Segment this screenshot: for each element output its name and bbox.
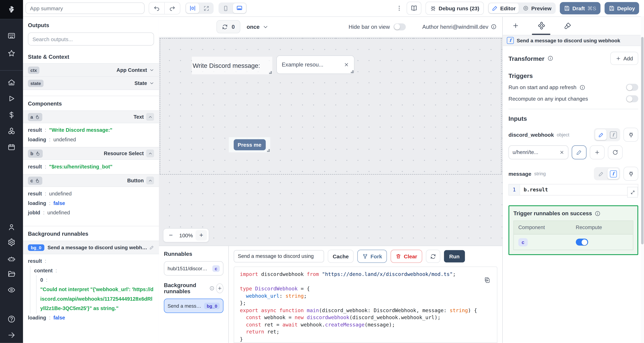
help-icon[interactable] xyxy=(8,315,16,323)
center-align-button[interactable] xyxy=(186,3,199,13)
resize-handle[interactable] xyxy=(267,149,270,152)
refresh-code-button[interactable] xyxy=(426,250,440,263)
inputs-title: Inputs xyxy=(508,115,638,122)
eval-mode-button[interactable]: f xyxy=(608,168,619,179)
app-canvas[interactable]: Write Discord message: Example resou... … xyxy=(159,38,502,246)
code-editor-panel: Cache Fork Clear Run import discordwebho… xyxy=(228,246,502,343)
search-outputs-input[interactable] xyxy=(28,32,154,46)
selected-runnable-header: f Send a message to discord using webhoo… xyxy=(503,35,644,46)
zoom-out-button[interactable]: − xyxy=(165,230,177,241)
pencil-icon xyxy=(576,150,582,155)
apps-icon[interactable] xyxy=(8,32,16,40)
mobile-view-button[interactable] xyxy=(219,3,232,13)
redo-button[interactable] xyxy=(164,2,180,14)
recompute-toggle[interactable] xyxy=(626,95,638,102)
tab-insert-component[interactable] xyxy=(503,22,528,29)
fork-button[interactable]: Fork xyxy=(357,250,387,263)
draft-button[interactable]: Draft ⌘S xyxy=(560,2,600,14)
collapse-button[interactable] xyxy=(146,113,154,121)
runnable-name-input[interactable] xyxy=(234,250,324,262)
right-panel-tabs xyxy=(503,16,644,35)
runnable-item[interactable]: hub/1511/discord/se... c xyxy=(164,261,223,276)
eye-icon[interactable] xyxy=(8,286,16,294)
code-toolbar: Cache Fork Clear Run xyxy=(234,250,498,263)
eval-mode-button[interactable]: f xyxy=(608,130,619,140)
clear-icon[interactable] xyxy=(344,62,349,68)
resize-handle[interactable] xyxy=(269,71,272,74)
text-component[interactable]: Write Discord message: xyxy=(192,57,272,74)
add-bg-runnable-button[interactable] xyxy=(216,283,224,293)
resource-picker[interactable]: u/henri/te... xyxy=(508,145,568,159)
bg0-badge: bg_0 xyxy=(28,244,44,251)
dollar-icon[interactable] xyxy=(8,111,16,119)
component-header-b[interactable]: b Resource Select xyxy=(23,147,159,160)
collapse-button[interactable] xyxy=(146,150,154,157)
copy-code-icon[interactable] xyxy=(484,277,490,283)
success-table-row: c xyxy=(514,234,633,250)
connect-input-button[interactable] xyxy=(624,167,638,181)
docs-button[interactable] xyxy=(406,2,421,15)
resize-handle[interactable] xyxy=(351,70,354,73)
folder-icon[interactable] xyxy=(8,270,16,278)
debug-runs-button[interactable]: Debug runs (23) xyxy=(426,2,484,15)
cache-button[interactable]: Cache xyxy=(328,250,354,263)
edit-resource-button[interactable] xyxy=(572,145,586,159)
hide-bar-toggle[interactable] xyxy=(394,23,406,30)
run-on-start-toggle[interactable] xyxy=(626,84,638,91)
press-me-button[interactable]: Press me xyxy=(234,139,266,150)
refresh-resource-button[interactable] xyxy=(608,145,623,159)
resource-select-component[interactable]: Example resou... xyxy=(276,56,354,74)
robot-icon[interactable] xyxy=(8,255,16,263)
zoom-in-button[interactable]: + xyxy=(196,230,207,241)
run-button[interactable]: Run xyxy=(444,250,465,262)
expand-canvas-button[interactable] xyxy=(200,3,213,13)
collapse-button[interactable] xyxy=(146,177,154,184)
error-result-string: "Could not interpret "{'webhook_url': 'h… xyxy=(40,285,154,313)
deploy-button[interactable]: Deploy xyxy=(604,2,639,14)
tab-styling[interactable] xyxy=(554,22,580,29)
context-row-ctx[interactable]: ctx App Context xyxy=(23,63,159,76)
button-component-wrapper[interactable]: Press me xyxy=(229,137,270,152)
context-row-state[interactable]: state State xyxy=(23,76,159,90)
arrow-right-icon[interactable] xyxy=(8,331,16,339)
play-icon[interactable] xyxy=(8,94,16,103)
refresh-count-control[interactable]: 0 xyxy=(216,20,240,33)
right-scrollbar[interactable] xyxy=(641,16,644,343)
add-transformer-button[interactable]: Add xyxy=(610,52,638,65)
calendar-icon[interactable] xyxy=(8,143,16,151)
user-icon[interactable] xyxy=(8,223,16,231)
scrollbar-thumb[interactable] xyxy=(641,37,644,244)
undo-button[interactable] xyxy=(149,2,164,14)
gear-icon[interactable] xyxy=(8,238,16,246)
tab-editor[interactable]: Editor xyxy=(489,3,519,13)
app-summary-input[interactable] xyxy=(26,2,144,14)
add-resource-button[interactable] xyxy=(590,145,604,159)
component-header-c[interactable]: c Button xyxy=(23,174,159,187)
static-mode-button[interactable] xyxy=(595,168,606,179)
clear-icon[interactable] xyxy=(559,150,564,155)
component-header-a[interactable]: a Text xyxy=(23,110,159,123)
connect-input-button[interactable] xyxy=(624,128,638,142)
trash-icon xyxy=(396,254,402,259)
trigger-run-on-start-row: Run on start and app refresh xyxy=(508,84,638,91)
cubes-icon[interactable] xyxy=(8,127,16,135)
recompute-c-toggle[interactable] xyxy=(576,239,588,246)
chevron-up-icon xyxy=(148,151,152,156)
bg-runnable-header[interactable]: bg_0 Send a message to discord using web… xyxy=(23,240,159,254)
runnables-panel: Runnables hub/1511/discord/se... c Backg… xyxy=(159,246,228,343)
bg-runnable-item-selected[interactable]: Send a message... bg_0 xyxy=(164,298,223,313)
tab-component-settings[interactable] xyxy=(528,22,554,30)
home-icon[interactable] xyxy=(8,78,16,86)
star-icon[interactable] xyxy=(8,49,16,58)
expand-editor-button[interactable] xyxy=(627,187,638,198)
windmill-logo[interactable] xyxy=(0,0,23,19)
code-editor[interactable]: import discordwebhook from "https://deno… xyxy=(234,266,498,343)
message-expression-editor[interactable]: 1 b.result xyxy=(508,184,638,196)
static-mode-button[interactable] xyxy=(595,130,606,140)
info-icon xyxy=(210,286,214,291)
tab-preview[interactable]: Preview xyxy=(520,3,555,13)
kebab-menu-icon[interactable] xyxy=(396,5,402,12)
desktop-view-button[interactable] xyxy=(233,3,246,13)
clear-button[interactable]: Clear xyxy=(391,250,422,263)
run-mode-dropdown[interactable]: once xyxy=(246,24,268,30)
